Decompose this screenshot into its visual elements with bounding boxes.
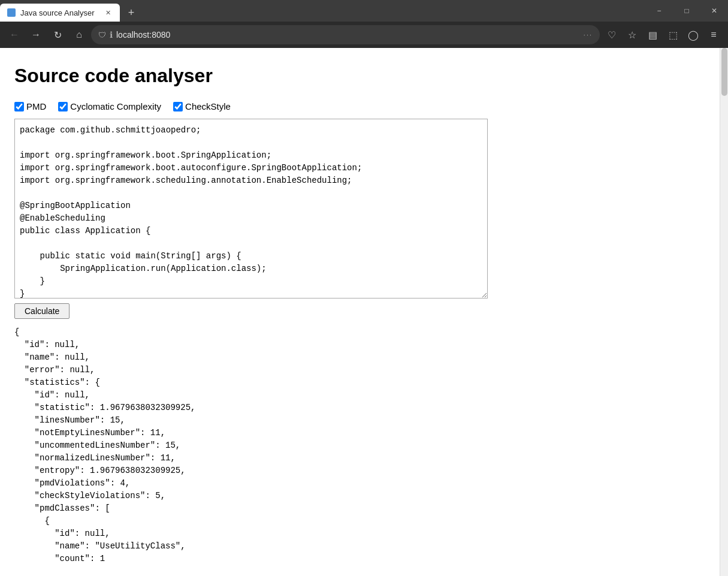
cyclomatic-checkbox-label[interactable]: Cyclomatic Complexity [58, 101, 161, 111]
active-tab[interactable]: Java source Analyser ✕ [0, 4, 120, 22]
code-textarea[interactable] [14, 119, 488, 298]
address-text[interactable]: localhost:8080 [116, 30, 580, 40]
navigation-bar: ← → ↻ ⌂ 🛡 ℹ localhost:8080 ··· ♡ ☆ ▤ ⬚ ◯… [0, 22, 728, 48]
nav-right-icons: ♡ ☆ ▤ ⬚ ◯ ≡ [602, 25, 723, 44]
minimize-button[interactable]: − [645, 2, 673, 20]
page-content: Source code analyser PMD Cyclomatic Comp… [0, 48, 720, 576]
pocket-icon[interactable]: ♡ [602, 25, 621, 44]
cyclomatic-checkbox[interactable] [58, 102, 68, 111]
checkstyle-checkbox-label[interactable]: CheckStyle [173, 101, 231, 111]
cyclomatic-label: Cyclomatic Complexity [70, 101, 161, 111]
maximize-button[interactable]: □ [673, 2, 700, 20]
tab-title: Java source Analyser [20, 8, 98, 17]
checkstyle-checkbox[interactable] [173, 102, 183, 111]
calculate-button[interactable]: Calculate [14, 303, 70, 319]
tab-favicon [7, 8, 16, 17]
address-more-icon[interactable]: ··· [584, 31, 593, 38]
pmd-checkbox[interactable] [14, 102, 24, 111]
page-title: Source code analyser [14, 65, 705, 87]
library-icon[interactable]: ▤ [643, 25, 662, 44]
forward-button[interactable]: → [26, 25, 46, 44]
checkboxes-row: PMD Cyclomatic Complexity CheckStyle [14, 101, 705, 111]
menu-icon[interactable]: ≡ [704, 25, 723, 44]
checkstyle-label: CheckStyle [185, 101, 231, 111]
pmd-label: PMD [26, 101, 46, 111]
new-tab-button[interactable]: + [122, 4, 140, 22]
scrollbar-thumb[interactable] [721, 48, 727, 96]
browser-chrome: Java source Analyser ✕ + − □ ✕ ← → ↻ ⌂ 🛡… [0, 0, 728, 48]
sidebar-icon[interactable]: ⬚ [663, 25, 682, 44]
pmd-checkbox-label[interactable]: PMD [14, 101, 46, 111]
account-icon[interactable]: ◯ [684, 25, 703, 44]
reload-button[interactable]: ↻ [48, 25, 67, 44]
close-button[interactable]: ✕ [700, 2, 728, 20]
security-shield-icon: 🛡 [98, 31, 106, 40]
info-icon: ℹ [110, 30, 113, 40]
back-button[interactable]: ← [5, 25, 24, 44]
window-controls: − □ ✕ [645, 4, 728, 22]
address-bar[interactable]: 🛡 ℹ localhost:8080 ··· [91, 25, 600, 44]
bookmark-icon[interactable]: ☆ [623, 25, 642, 44]
home-button[interactable]: ⌂ [70, 25, 89, 44]
vertical-scrollbar[interactable] [720, 48, 728, 576]
tab-close-button[interactable]: ✕ [103, 8, 113, 17]
page-wrapper: Source code analyser PMD Cyclomatic Comp… [0, 48, 728, 576]
tab-bar: Java source Analyser ✕ + − □ ✕ [0, 0, 728, 22]
result-output: { "id": null, "name": null, "error": nul… [14, 326, 705, 565]
